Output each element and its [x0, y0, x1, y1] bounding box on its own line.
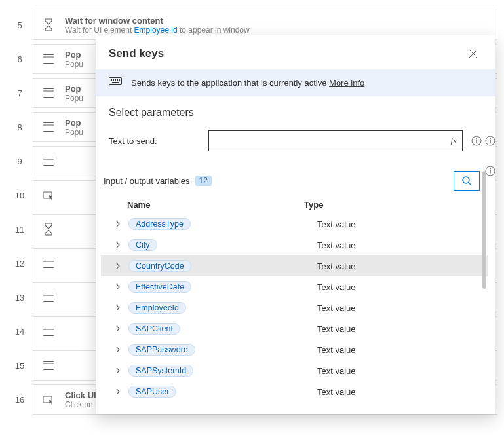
window-icon: [40, 323, 57, 340]
variable-type: Text value: [317, 261, 488, 271]
svg-rect-15: [43, 362, 54, 370]
variables-panel: Input / output variables 12 Name Type Ad…: [101, 171, 488, 414]
window-icon: [40, 289, 57, 306]
step-subtitle: Popu: [65, 128, 83, 137]
variables-heading: Input / output variables: [104, 176, 190, 186]
step-number: 8: [7, 122, 33, 132]
info-icon[interactable]: [484, 165, 496, 177]
search-icon: [461, 176, 472, 186]
scrollbar[interactable]: [482, 171, 486, 289]
chevron-right-icon[interactable]: [111, 284, 125, 290]
variable-row[interactable]: SAPClientText value: [101, 318, 488, 339]
text-to-send-row: Text to send: fx: [109, 130, 482, 151]
keyboard-icon: [109, 77, 122, 88]
variable-row[interactable]: SAPSystemIdText value: [101, 360, 488, 381]
variable-type: Text value: [317, 387, 488, 397]
variable-row[interactable]: CityText value: [101, 234, 488, 255]
chevron-right-icon[interactable]: [111, 242, 125, 248]
variable-name-pill[interactable]: City: [128, 239, 157, 251]
more-info-link[interactable]: More info: [329, 78, 364, 88]
banner-msg: Sends keys to the application that is cu…: [131, 78, 329, 88]
variable-name-pill[interactable]: SAPSystemId: [128, 365, 193, 377]
variable-name-pill[interactable]: SAPUser: [128, 386, 176, 398]
variable-name-pill[interactable]: AddressType: [128, 218, 191, 230]
step-text: PopPopu: [65, 50, 83, 69]
window-icon: [40, 84, 57, 102]
variable-name-pill[interactable]: SAPPassword: [128, 344, 195, 356]
variable-name-pill[interactable]: CountryCode: [128, 260, 191, 272]
svg-rect-6: [43, 157, 54, 166]
step-number: 5: [7, 20, 33, 30]
variable-row[interactable]: EffectiveDateText value: [101, 276, 488, 297]
step-number: 7: [7, 88, 33, 98]
hourglass-icon: [40, 16, 57, 33]
chevron-right-icon[interactable]: [111, 388, 125, 395]
banner-text: Sends keys to the application that is cu…: [131, 78, 364, 88]
step-link: Employee id: [134, 26, 178, 35]
svg-rect-19: [111, 79, 112, 81]
step-text: PopPopu: [65, 84, 83, 103]
variable-name-pill[interactable]: EffectiveDate: [128, 281, 191, 293]
step-number: 11: [7, 225, 33, 234]
window-icon: [40, 119, 57, 136]
step-text: PopPopu: [65, 118, 83, 137]
svg-rect-23: [119, 79, 120, 81]
svg-point-31: [490, 138, 491, 140]
variable-type: Text value: [317, 366, 488, 376]
variable-type: Text value: [317, 240, 488, 250]
search-button[interactable]: [454, 171, 480, 191]
step-subtitle: Popu: [65, 94, 83, 103]
svg-rect-20: [113, 79, 114, 81]
column-type-header: Type: [304, 200, 480, 210]
svg-point-28: [463, 177, 469, 183]
window-icon: [40, 153, 57, 170]
step-text: Wait for window contentWait for UI eleme…: [65, 16, 250, 35]
chevron-right-icon[interactable]: [111, 305, 125, 311]
info-icon[interactable]: [471, 135, 482, 147]
chevron-right-icon[interactable]: [111, 346, 125, 353]
variables-header: Input / output variables 12: [101, 171, 488, 191]
svg-rect-27: [476, 140, 476, 143]
svg-rect-9: [43, 259, 54, 268]
chevron-right-icon[interactable]: [111, 221, 125, 227]
variable-row[interactable]: EmployeeIdText value: [101, 297, 488, 318]
variable-name-pill[interactable]: EmployeeId: [128, 302, 186, 314]
cursor-icon: [40, 187, 57, 204]
variables-count-badge: 12: [195, 176, 212, 186]
svg-line-29: [469, 183, 471, 185]
text-to-send-input[interactable]: fx: [208, 130, 463, 151]
info-icon[interactable]: [484, 135, 496, 147]
variable-row[interactable]: AddressTypeText value: [101, 214, 488, 234]
step-number: 6: [7, 54, 33, 64]
svg-rect-18: [109, 78, 122, 85]
step-number: 10: [7, 191, 33, 200]
variable-row[interactable]: SAPUserText value: [101, 381, 488, 402]
column-name-header: Name: [127, 200, 304, 210]
step-title: Pop: [65, 118, 83, 128]
close-button[interactable]: [464, 45, 482, 63]
svg-rect-0: [43, 55, 54, 64]
step-title: Pop: [65, 50, 83, 60]
window-icon: [40, 50, 57, 67]
chevron-right-icon[interactable]: [111, 263, 125, 269]
svg-rect-32: [490, 140, 490, 143]
variable-type: Text value: [317, 345, 488, 355]
fx-button[interactable]: fx: [451, 136, 457, 146]
chevron-right-icon[interactable]: [111, 367, 125, 374]
step-title: Wait for window content: [65, 16, 250, 26]
variable-name-pill[interactable]: SAPClient: [128, 323, 180, 335]
chevron-right-icon[interactable]: [111, 326, 125, 332]
info-banner: Sends keys to the application that is cu…: [96, 69, 495, 96]
window-icon: [40, 255, 57, 272]
variables-list: AddressTypeText valueCityText valueCount…: [101, 214, 488, 402]
variable-row[interactable]: SAPPasswordText value: [101, 339, 488, 360]
svg-rect-24: [112, 82, 119, 83]
variable-type: Text value: [317, 303, 488, 313]
send-keys-dialog: Send keys Sends keys to the application …: [96, 35, 495, 414]
svg-rect-11: [43, 293, 54, 302]
hourglass-icon: [40, 221, 57, 238]
parameters-heading: Select parameters: [109, 107, 482, 119]
svg-rect-35: [490, 170, 490, 174]
variable-row[interactable]: CountryCodeText value: [101, 255, 488, 276]
step-subtitle: Popu: [65, 60, 83, 69]
